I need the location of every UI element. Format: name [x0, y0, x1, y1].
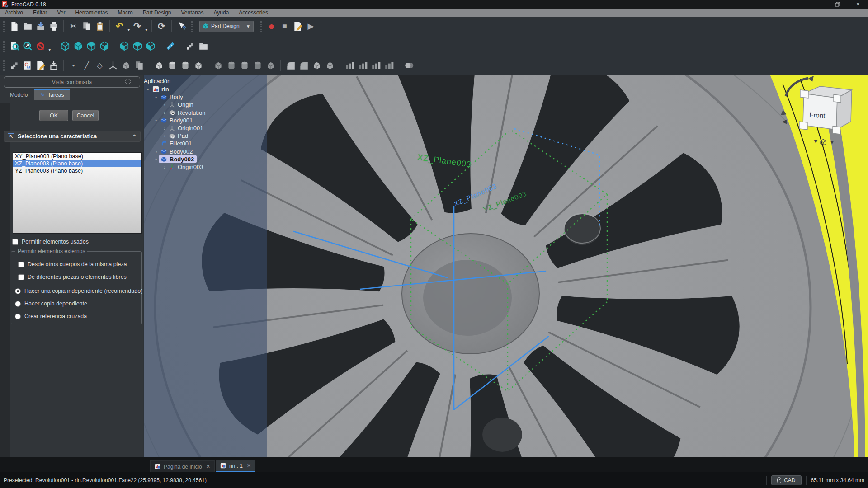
checkbox-box[interactable] [18, 274, 24, 280]
tab-tareas[interactable]: ✎Tareas [34, 89, 70, 100]
menu-herramientas[interactable]: Herramientas [70, 9, 113, 17]
view-rear-icon[interactable] [118, 40, 131, 53]
cancel-button[interactable]: Cancel [72, 110, 99, 121]
pad-icon[interactable] [152, 59, 165, 72]
doc-tab-p-gina-de-inicio[interactable]: Página de inicio✕ [150, 460, 215, 472]
checkbox-other-bodies[interactable]: Desde otros cuerpos de la misma pieza [18, 261, 127, 267]
fillet-icon[interactable] [284, 59, 297, 72]
datum-point-icon[interactable]: ● [67, 59, 80, 72]
copy-icon[interactable] [80, 20, 93, 33]
expander-closed-icon[interactable]: › [161, 133, 168, 139]
clone-icon[interactable] [132, 59, 146, 72]
collapse-section-icon[interactable]: ⌃ [132, 134, 137, 140]
shape-binder-icon[interactable] [119, 59, 132, 72]
feature-list[interactable]: XY_Plane003 (Plano base)XZ_Plane003 (Pla… [13, 152, 142, 234]
boolean-icon[interactable] [402, 59, 415, 72]
expander-open-icon[interactable]: › [154, 156, 159, 162]
view-right-icon[interactable] [98, 40, 111, 53]
radio-hacer-una-copia[interactable]: Hacer una copia independiente (recomenda… [15, 288, 142, 294]
paste-icon[interactable] [93, 20, 106, 33]
multi-transform-icon[interactable] [382, 59, 396, 72]
toolbar-grip[interactable] [3, 41, 5, 52]
checkbox-other-parts[interactable]: De diferentes piezas o elementos libres [18, 274, 127, 280]
expander-closed-icon[interactable]: › [161, 164, 168, 170]
tree-item-origin001[interactable]: ›Origin001 [161, 124, 203, 132]
expander-closed-icon[interactable]: › [161, 102, 168, 108]
rotate-down-arrow-icon[interactable]: ▼ [813, 138, 819, 145]
expander-closed-icon[interactable]: › [161, 110, 168, 115]
checkbox-box[interactable] [12, 239, 18, 245]
menu-accessories[interactable]: Accessories [234, 9, 273, 17]
radio-button[interactable] [15, 301, 21, 307]
radio-crear-referencia-cruzada[interactable]: Crear referencia cruzada [15, 313, 87, 319]
list-item-yz-plane003[interactable]: YZ_Plane003 (Plano base) [13, 167, 141, 174]
print-icon[interactable] [47, 20, 60, 33]
view-left-icon[interactable] [144, 40, 157, 53]
measure-icon[interactable] [164, 40, 177, 53]
view-isometric-icon[interactable] [58, 40, 71, 53]
zoom-selection-icon[interactable] [21, 40, 34, 53]
view-bottom-icon[interactable] [131, 40, 144, 53]
create-part-icon[interactable] [184, 40, 197, 53]
list-item-xy-plane003[interactable]: XY_Plane003 (Plano base) [13, 153, 141, 160]
save-icon[interactable] [34, 20, 47, 33]
ok-button[interactable]: OK [39, 110, 68, 121]
close-button[interactable]: ✕ [848, 0, 868, 9]
float-panel-icon[interactable] [125, 79, 131, 84]
view-front-icon[interactable] [71, 40, 85, 53]
cut-icon[interactable]: ✂ [67, 20, 80, 33]
open-folder-icon[interactable] [21, 20, 34, 33]
tree-item-rin[interactable]: ›rin [145, 85, 169, 93]
expander-closed-icon[interactable]: › [153, 149, 160, 154]
create-group-icon[interactable] [197, 40, 210, 53]
toolbar-grip[interactable] [3, 21, 5, 32]
record-macro-icon[interactable]: ● [265, 20, 278, 33]
menu-archivo[interactable]: Archivo [0, 9, 28, 17]
groove-icon[interactable] [238, 59, 251, 72]
view-top-icon[interactable] [85, 40, 98, 53]
linear-pattern-icon[interactable] [356, 59, 369, 72]
additive-pipe-icon[interactable] [179, 59, 192, 72]
radio-button[interactable] [15, 314, 21, 319]
tree-root[interactable]: Aplicación [144, 77, 170, 85]
doc-tab-rin-1[interactable]: rin : 1✕ [216, 460, 255, 472]
menu-ver[interactable]: Ver [52, 9, 70, 17]
edit-macro-icon[interactable] [291, 20, 304, 33]
rotate-left-arrow-icon[interactable]: ◀ [782, 118, 787, 125]
expander-open-icon[interactable]: › [154, 117, 159, 123]
tree-item-pad[interactable]: ›Pad [161, 132, 188, 140]
workbench-selector[interactable]: Part Design ▼ [199, 21, 254, 32]
thickness-icon[interactable] [323, 59, 336, 72]
toolbar-grip[interactable] [3, 60, 5, 71]
datum-plane-icon[interactable]: ◇ [93, 59, 106, 72]
whats-this-icon[interactable] [175, 20, 188, 33]
polar-pattern-icon[interactable] [369, 59, 382, 72]
checkbox-allow-used[interactable]: Permitir elementos usados [12, 239, 89, 245]
expander-open-icon[interactable]: › [154, 94, 159, 100]
close-tab-icon[interactable]: ✕ [206, 464, 210, 469]
tree-item-origin[interactable]: ›Origin [161, 101, 193, 108]
create-sketch-icon[interactable] [21, 59, 34, 72]
navcube-menu[interactable]: ▼ [820, 139, 835, 146]
menu-ayuda[interactable]: Ayuda [209, 9, 234, 17]
expander-closed-icon[interactable]: › [161, 126, 168, 131]
list-item-xz-plane003[interactable]: XZ_Plane003 (Plano base) [13, 160, 141, 167]
tree-item-body002[interactable]: ›Body002 [153, 148, 193, 155]
revolution-icon[interactable] [165, 59, 179, 72]
refresh-icon[interactable]: ⟳ [155, 20, 168, 33]
play-macro-icon[interactable]: ▶ [304, 20, 317, 33]
tree-item-fillet001[interactable]: Fillet001 [153, 140, 192, 147]
tree-item-revolution[interactable]: ›Revolution [161, 109, 205, 117]
restore-button[interactable] [827, 0, 848, 9]
radio-button[interactable] [15, 288, 21, 294]
menu-macro[interactable]: Macro [113, 9, 137, 17]
datum-line-icon[interactable]: ╱ [80, 59, 93, 72]
redo-icon[interactable]: ↷▾ [131, 20, 144, 33]
nav-style-button[interactable]: CAD [771, 475, 801, 485]
tree-item-body[interactable]: ›Body [153, 93, 183, 101]
tree-item-body001[interactable]: ›Body001 [153, 117, 193, 124]
tree-item-origin003[interactable]: ›Origin003 [161, 163, 203, 171]
map-sketch-icon[interactable] [47, 59, 60, 72]
subtractive-loft-icon[interactable] [264, 59, 277, 72]
navigation-cube[interactable]: Front [780, 75, 866, 160]
